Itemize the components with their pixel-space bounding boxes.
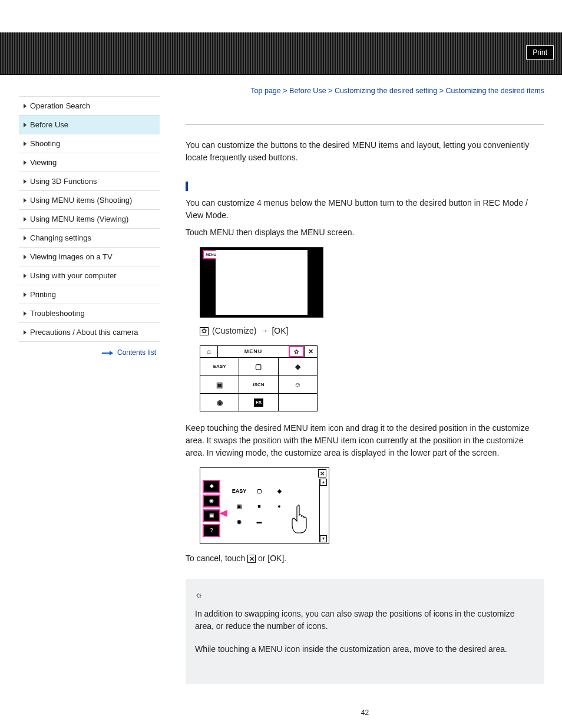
tip-text: In addition to swapping icons, you can a… [195,608,535,633]
customize-line: ✿ (Customize) → [OK] [200,325,544,337]
cancel-text: To cancel, touch ✕ or [OK]. [186,552,544,565]
slot-icon: ◆ [203,480,220,493]
chevron-right-icon [24,179,27,184]
menu-item-icon: ◆ [273,487,285,496]
hand-icon [290,503,310,538]
arrow-right-icon: → [260,325,268,337]
menu-cell: ☺ [279,376,317,393]
breadcrumb-link[interactable]: Top page [250,87,280,95]
sidebar-item-3d[interactable]: Using 3D Functions [19,172,160,191]
menu-cell: ▣ [200,376,239,393]
menu-item-icon: ▬ [253,518,265,527]
figure-drag: ✕ ◆ ◉ ▣ ? EASY ▢ ◆ ▣ ■ ● [200,467,329,544]
menu-item-icon: ● [273,502,285,512]
nav-list: Operation Search Before Use Shooting Vie… [19,96,160,342]
chevron-right-icon [24,198,27,203]
chevron-right-icon [24,255,27,259]
slot-icon: ◉ [203,495,220,508]
breadcrumb-sep: > [283,87,287,95]
customize-label: (Customize) [212,325,256,337]
figure-menu-screen: MENU [200,247,544,318]
menu-header-label: MENU [218,346,289,357]
menu-cell: iSCN [239,376,278,393]
sidebar-item-troubleshooting[interactable]: Troubleshooting [19,304,160,323]
sidebar-item-tv[interactable]: Viewing images on a TV [19,248,160,266]
sidebar-item-label: Using MENU items (Shooting) [30,196,132,205]
figure-menu-table: ⌂ MENU ✿ ✕ EASY ▢ ◆ ▣ iSCN ☺ ◉ FX [200,345,318,411]
close-icon: ✕ [318,469,326,477]
menu-cell [279,394,317,411]
scroll-down-icon: ▾ [320,535,327,542]
drag-arrow-icon [219,508,254,515]
chevron-right-icon [24,217,27,222]
sidebar-item-label: Troubleshooting [30,309,85,318]
breadcrumb-sep: > [328,87,332,95]
sidebar-item-computer[interactable]: Using with your computer [19,266,160,285]
home-icon: ⌂ [200,346,218,357]
sidebar-item-menu-viewing[interactable]: Using MENU items (Viewing) [19,210,160,229]
main-content: Top page > Before Use > Customizing the … [168,75,562,728]
chevron-right-icon [24,274,27,278]
menu-item-icon: ▢ [253,487,265,496]
page-number: 42 [186,707,544,718]
breadcrumb: Top page > Before Use > Customizing the … [186,87,544,95]
breadcrumb-link[interactable]: Customizing the desired setting [335,87,437,95]
tip-box: ☼ In addition to swapping icons, you can… [186,579,544,684]
cancel-post-text: or [OK]. [258,554,286,563]
slot-icon: ▣ [203,509,220,522]
scroll-up-icon: ▴ [320,479,327,486]
sidebar-item-precautions[interactable]: Precautions / About this camera [19,323,160,342]
para-text: You can customize 4 menus below the MENU… [186,197,544,222]
sidebar-item-printing[interactable]: Printing [19,285,160,304]
sidebar-item-before-use[interactable]: Before Use [19,116,160,134]
cancel-pre-text: To cancel, touch [186,554,247,563]
breadcrumb-link[interactable]: Before Use [289,87,326,95]
intro-text: You can customize the buttons to the des… [186,139,544,164]
tip-text: While touching a MENU icon inside the cu… [195,643,535,655]
print-button[interactable]: Print [526,45,554,60]
chevron-right-icon [24,123,27,127]
ok-label: [OK] [272,325,288,337]
bulb-icon: ☼ [195,588,203,602]
sidebar-item-label: Shooting [30,139,60,148]
sidebar-item-operation-search[interactable]: Operation Search [19,97,160,116]
menu-cell: ◉ [200,394,239,411]
menu-cell: EASY [200,358,239,375]
sidebar-item-label: Using MENU items (Viewing) [30,215,128,223]
menu-item-icon: EASY [233,487,245,496]
chevron-right-icon [24,292,27,297]
scrollbar: ▴ ▾ [319,479,328,542]
gear-icon: ✿ [289,346,304,357]
contents-link-row: Contents list [19,342,160,357]
sidebar-item-menu-shooting[interactable]: Using MENU items (Shooting) [19,191,160,210]
sidebar-item-label: Viewing images on a TV [30,252,113,261]
sidebar-item-label: Printing [30,290,56,299]
sidebar-item-label: Precautions / About this camera [30,328,138,337]
sidebar-item-viewing[interactable]: Viewing [19,153,160,172]
close-icon: ✕ [247,555,256,563]
menu-cell: ▢ [239,358,278,375]
chevron-right-icon [24,236,27,241]
gear-icon: ✿ [200,327,209,335]
chevron-right-icon [24,141,27,146]
sidebar-item-shooting[interactable]: Shooting [19,134,160,153]
sidebar-item-changing-settings[interactable]: Changing settings [19,229,160,248]
sidebar-item-label: Before Use [30,120,68,129]
breadcrumb-sep: > [439,87,444,95]
chevron-right-icon [24,330,27,335]
sidebar-item-label: Changing settings [30,233,91,242]
sidebar-item-label: Using 3D Functions [30,177,97,186]
sidebar-item-label: Operation Search [30,101,90,110]
drag-instruction-text: Keep touching the desired MENU item icon… [186,422,544,459]
chevron-right-icon [24,160,27,165]
sidebar-item-label: Viewing [30,158,57,167]
close-icon: ✕ [304,346,317,357]
menu-cell: ◆ [279,358,317,375]
menu-item-icon: ◉ [233,518,245,527]
sidebar-item-label: Using with your computer [30,271,117,280]
sidebar: Operation Search Before Use Shooting Vie… [0,75,168,357]
breadcrumb-current: Customizing the desired items [446,87,544,95]
contents-list-link[interactable]: Contents list [117,348,156,357]
step-text: Touch MENU then displays the MENU screen… [186,226,544,239]
chevron-right-icon [24,311,27,316]
